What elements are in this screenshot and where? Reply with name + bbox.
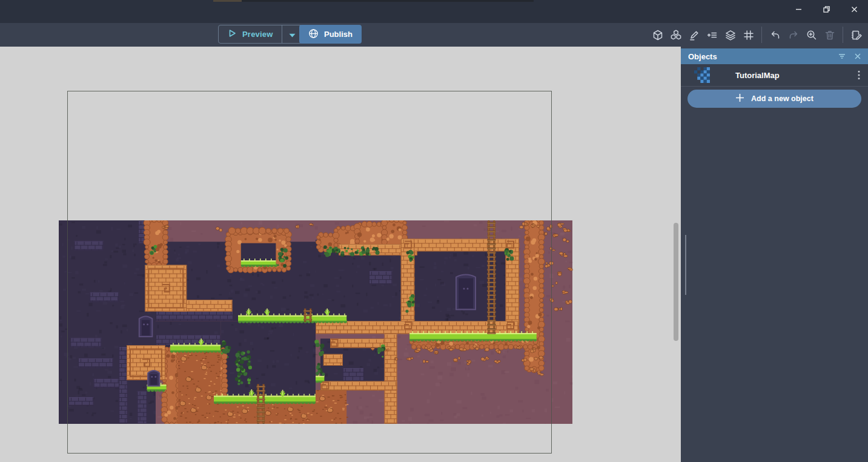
chevron-down-icon [289,29,296,40]
instances-list-icon[interactable] [704,27,720,43]
grid-icon[interactable] [740,27,757,43]
objects-cubes-icon[interactable] [668,27,684,43]
add-object-label: Add a new object [751,94,813,103]
window-controls [784,0,868,18]
canvas-vertical-scrollbar[interactable] [674,223,678,341]
3d-box-icon[interactable] [649,27,666,43]
minimize-button[interactable] [784,0,812,18]
preview-button[interactable]: Preview [218,25,303,44]
scene-editor-canvas-area[interactable] [0,47,681,462]
panel-scrollbar[interactable] [685,235,686,295]
titlebar [0,0,868,23]
restore-button[interactable] [812,0,840,18]
objects-panel-title: Objects [688,52,834,61]
add-new-object-button[interactable]: Add a new object [687,90,861,108]
background-window-edge-segment [213,0,242,2]
zoom-in-icon[interactable] [803,27,820,43]
filter-icon[interactable] [834,48,850,64]
toolbar-right-icons [649,23,864,47]
preview-button-main[interactable]: Preview [219,25,282,43]
panel-divider [681,86,868,87]
redo-icon[interactable] [785,27,801,43]
undo-icon[interactable] [767,27,783,43]
preview-label: Preview [242,30,273,39]
toolbar-divider [843,27,843,43]
close-button[interactable] [840,0,868,18]
object-menu-kebab-icon[interactable] [850,66,868,84]
tilemap-thumbnail [694,67,710,83]
scene-properties-icon[interactable] [848,27,864,43]
publish-button[interactable]: Publish [299,25,362,44]
trash-icon[interactable] [821,27,838,43]
plus-icon [735,93,744,104]
objects-panel-header[interactable]: Objects [681,48,868,64]
publish-label: Publish [324,30,353,39]
object-row-tutorialmap[interactable]: TutorialMap [681,64,868,86]
tilemap-instance[interactable] [59,220,573,424]
play-icon [227,28,237,41]
layers-icon[interactable] [722,27,738,43]
globe-icon [308,28,319,41]
background-window-edge [213,0,534,2]
object-name: TutorialMap [735,71,850,80]
objects-panel: Objects TutorialMap Add a new object [681,47,868,462]
close-panel-icon[interactable] [850,48,866,64]
pencil-icon[interactable] [686,27,702,43]
toolbar: Preview Publish [0,23,868,47]
toolbar-divider [761,27,762,43]
